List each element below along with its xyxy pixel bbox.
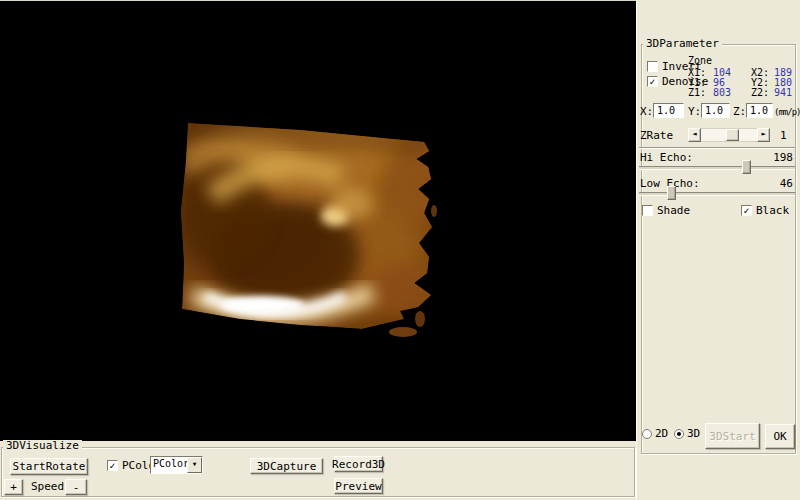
zrate-track[interactable] [701,128,757,142]
visualize-groupbox-title: 3DVisualize [3,440,82,452]
dropdown-arrow-icon[interactable]: ▼ [187,457,202,473]
visualize-panel: 3DVisualize StartRotate + Speed - ✓ PCol… [0,441,636,500]
parameter-groupbox-title: 3DParameter [643,38,722,50]
check-icon: ✓ [743,205,749,216]
scale-unit-label: (mm/p) [774,106,800,118]
mode-3d-radio[interactable] [674,429,684,439]
shade-checkbox[interactable] [642,205,653,216]
speed-label: Speed [31,481,64,493]
black-checkbox[interactable]: ✓ [741,205,752,216]
mode-3d-label: 3D [687,428,700,440]
preview-button[interactable]: Preview [334,478,383,494]
zrate-scrollbar[interactable]: ◄ ► [688,128,770,142]
low-echo-thumb[interactable] [667,186,676,200]
low-echo-track[interactable] [639,192,795,196]
invert-checkbox[interactable] [647,61,658,72]
zone-z1-label: Z1: [688,87,706,98]
ultrasound-viewport[interactable] [0,0,636,441]
separator [639,147,795,149]
scale-x-label: X: [640,106,653,118]
zrate-left-arrow-icon[interactable]: ◄ [688,128,701,142]
scale-y-input[interactable] [701,103,730,118]
zone-z2-value: 941 [774,87,792,98]
hi-echo-thumb[interactable] [742,160,751,174]
speed-minus-button[interactable]: - [65,479,87,495]
start3d-button[interactable]: 3DStart [705,423,760,449]
capture-3d-button[interactable]: 3DCapture [250,458,323,474]
zrate-right-arrow-icon[interactable]: ► [757,128,770,142]
black-label: Black [756,205,789,217]
scale-y-label: Y: [688,106,701,118]
pcolor-dropdown[interactable]: PColor ▼ [150,456,203,474]
zone-z1-value: 803 [713,87,731,98]
hi-echo-value: 198 [773,152,793,164]
hi-echo-track[interactable] [639,166,795,170]
record-3d-button[interactable]: Record3D [334,456,383,472]
ultrasound-volume [0,1,636,441]
scale-z-input[interactable] [746,103,773,118]
pcolor-dropdown-value: PColor [151,457,187,473]
zone-title: Zone [688,55,712,66]
app-window: 3DParameter Invert ✓ Denoise Zone X1: 10… [0,0,800,500]
parameter-panel: 3DParameter Invert ✓ Denoise Zone X1: 10… [636,0,800,500]
scale-z-label: Z: [733,106,746,118]
zone-z2-label: Z2: [751,87,769,98]
mode-2d-radio[interactable] [642,429,652,439]
hi-echo-label: Hi Echo: [640,152,693,164]
check-icon: ✓ [109,460,115,471]
denoise-checkbox[interactable]: ✓ [647,76,658,87]
scale-x-input[interactable] [653,103,684,118]
low-echo-value: 46 [780,178,793,190]
zrate-thumb[interactable] [726,129,739,141]
pcolor-checkbox[interactable]: ✓ [107,460,118,471]
shade-label: Shade [657,205,690,217]
zrate-label: ZRate [640,130,673,142]
ok-button[interactable]: OK [765,424,795,449]
zrate-value: 1 [780,130,787,142]
speed-plus-button[interactable]: + [4,479,23,495]
mode-2d-label: 2D [655,428,668,440]
check-icon: ✓ [649,76,655,87]
start-rotate-button[interactable]: StartRotate [10,458,88,475]
